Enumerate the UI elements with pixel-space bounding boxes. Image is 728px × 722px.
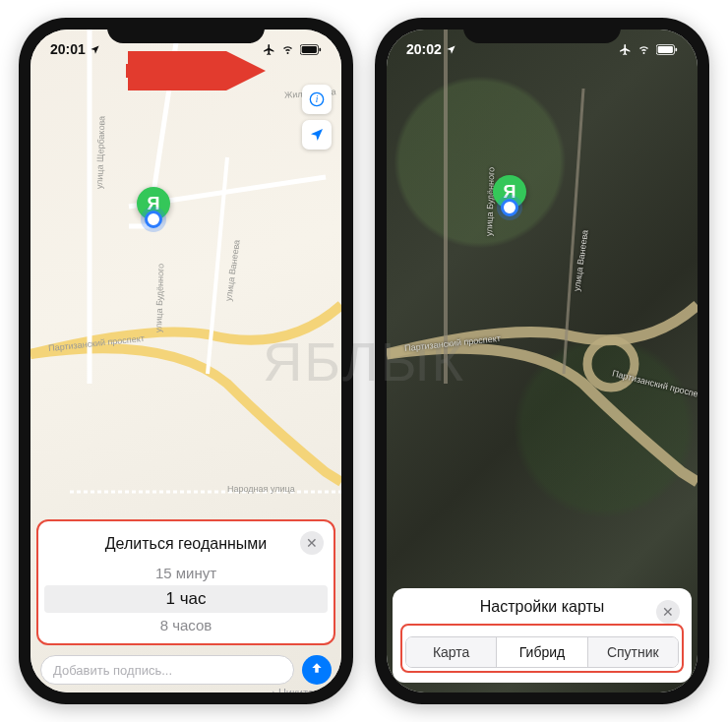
user-pin[interactable]: Я — [137, 187, 170, 220]
street-label: Народная улица — [227, 484, 295, 494]
send-icon — [310, 661, 324, 679]
map-type-segmented-highlight: Карта Гибрид Спутник — [400, 624, 684, 673]
segment-map[interactable]: Карта — [406, 637, 497, 667]
duration-option[interactable]: 15 минут — [44, 561, 328, 585]
map-type-segmented-control[interactable]: Карта Гибрид Спутник — [405, 636, 679, 668]
duration-option[interactable]: 8 часов — [44, 613, 328, 637]
battery-icon — [300, 44, 322, 55]
sheet-title: Настройки карты — [480, 598, 605, 616]
send-button[interactable] — [302, 655, 332, 685]
close-icon: ✕ — [306, 535, 318, 551]
location-services-icon — [446, 44, 456, 55]
caption-placeholder: Добавить подпись... — [53, 663, 172, 678]
segment-hybrid[interactable]: Гибрид — [497, 637, 587, 667]
info-button[interactable]: i — [302, 85, 332, 114]
map-settings-sheet: Настройки карты ✕ Карта Гибрид Спутник — [393, 588, 692, 683]
screen-left: улица Щербакова улица Будённого улица Ва… — [30, 30, 341, 692]
close-button[interactable]: ✕ — [300, 531, 324, 555]
screen-right: улица Будённого улица Ванеева Партизанск… — [387, 30, 698, 692]
message-compose-bar: Добавить подпись... › Никита — [40, 655, 332, 685]
airplane-mode-icon — [619, 43, 632, 56]
close-button[interactable]: ✕ — [656, 600, 680, 624]
status-time: 20:01 — [50, 41, 86, 57]
locate-button[interactable] — [302, 120, 332, 150]
pin-label: Я — [504, 182, 516, 203]
svg-rect-8 — [675, 47, 677, 50]
wifi-icon — [280, 43, 295, 55]
share-location-sheet: Делиться геоданными ✕ 15 минут 1 час 8 ч… — [36, 519, 335, 645]
notch — [107, 18, 265, 43]
pin-label: Я — [148, 194, 160, 214]
location-services-icon — [90, 44, 100, 55]
status-time: 20:02 — [406, 41, 442, 57]
svg-rect-2 — [319, 47, 321, 50]
duration-option-selected[interactable]: 1 час — [44, 585, 328, 613]
user-pin[interactable]: Я — [493, 175, 526, 209]
svg-rect-1 — [302, 46, 317, 53]
recipient-label: › Никита — [272, 687, 314, 692]
phone-left: улица Щербакова улица Будённого улица Ва… — [19, 18, 353, 704]
svg-rect-7 — [658, 46, 673, 53]
caption-input[interactable]: Добавить подпись... — [40, 655, 294, 685]
battery-icon — [656, 44, 678, 55]
close-icon: ✕ — [662, 604, 674, 620]
notch — [463, 18, 621, 43]
annotation-arrow — [126, 51, 273, 90]
svg-text:i: i — [316, 94, 319, 104]
sheet-title: Делиться геоданными — [105, 535, 268, 553]
segment-satellite[interactable]: Спутник — [588, 637, 678, 667]
wifi-icon — [637, 43, 651, 55]
phone-right: улица Будённого улица Ванеева Партизанск… — [375, 18, 709, 704]
